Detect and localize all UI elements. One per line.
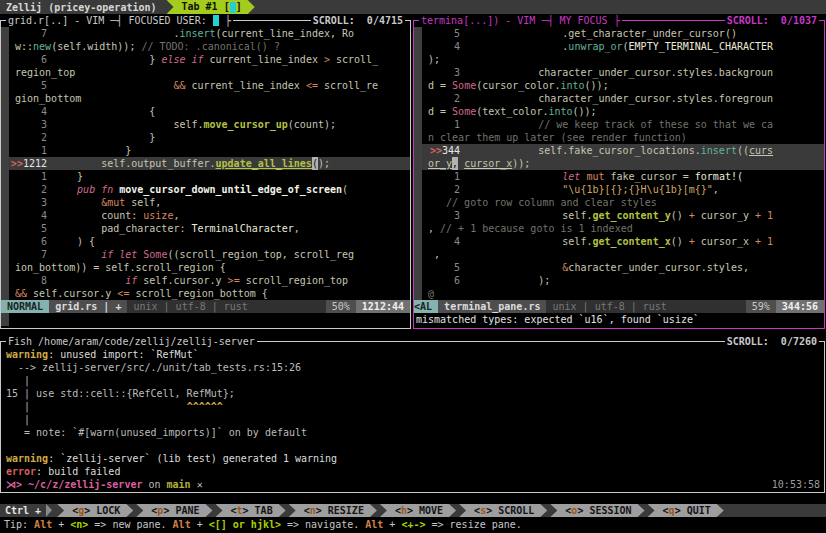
text-token: if let — [101, 248, 137, 261]
code-row: , // + 1 because goto is 1 indexed — [414, 222, 824, 235]
text-token: self.cursor.y — [137, 274, 227, 287]
text-token: n clear them up later (see render functi… — [428, 131, 687, 144]
text-token: ) { — [53, 235, 95, 248]
text-token — [53, 274, 125, 287]
status-segment: unix | utf-8 | rust — [546, 300, 745, 313]
pane-bottom-title: Fish /home/aram/code/zellij/zellij-serve… — [6, 335, 257, 348]
line-number: >>344 — [422, 144, 466, 157]
keybar-segment-quit[interactable]: <q> QUIT — [648, 504, 724, 517]
code-row: 1 } — [1, 144, 410, 157]
text-token: } — [53, 144, 131, 157]
arrow-separator-icon — [46, 504, 52, 517]
text-token — [466, 170, 562, 183]
pane-grid-rs[interactable]: grid.r[..] - VIM ─┤ FOCUSED USER: ├ SCRO… — [0, 20, 411, 329]
keybar-segment-scroll[interactable]: <s> SCROLL — [459, 504, 547, 517]
text-token: curs — [749, 144, 773, 157]
keybar-segment-tab[interactable]: <t> TAB — [216, 504, 286, 517]
keybar-segments: <g> LOCK<p> PANE<t> TAB<n> RESIZE<h> MOV… — [54, 504, 724, 517]
text-token: >> — [11, 158, 23, 169]
pane-fish-shell[interactable]: Fish /home/aram/code/zellij/zellij-serve… — [0, 341, 825, 493]
tab-label: Tab #1 — [182, 0, 218, 14]
text-token: ); — [428, 53, 440, 66]
code-row: 5 pad_character: TerminalCharacter, — [1, 222, 410, 235]
code-row: ion_bottom)) = self.scroll_region { — [1, 261, 410, 274]
terminal-row: error: build failed — [1, 465, 824, 478]
gutter-strip — [1, 274, 9, 287]
text-token: : `zellij-server` (lib test) generated 1… — [48, 452, 337, 465]
text-token: , — [173, 209, 179, 222]
gutter-strip — [1, 131, 9, 144]
text-token — [466, 261, 562, 274]
code-row: 7 .insert(current_line_index, Ro — [1, 27, 410, 40]
keybar-segment-move[interactable]: <h> MOVE — [380, 504, 456, 517]
text-token: character_under_cursor.styles.backgroun — [466, 66, 773, 79]
status-segment: terminal_pane.rs — [438, 300, 546, 313]
gutter-strip — [414, 92, 422, 105]
keybar-segment-pane[interactable]: <p> PANE — [136, 504, 212, 517]
line-number: 2 — [422, 183, 466, 196]
text-token: = note: `#[warn(unused_imports)]` on by … — [6, 426, 307, 439]
text-token: , — [713, 183, 719, 196]
top-bar: Zellij (pricey-operation) Tab #1 [] — [0, 0, 826, 14]
keybinding-bar: Ctrl + <g> LOCK<p> PANE<t> TAB<n> RESIZE… — [0, 504, 826, 517]
code-row: n clear them up later (see render functi… — [414, 131, 824, 144]
gutter-strip — [1, 53, 9, 66]
code-row: @ — [414, 287, 824, 300]
text-token: . — [53, 27, 179, 40]
text-token: pub fn — [77, 183, 113, 196]
text-token: format!( — [695, 170, 743, 183]
text-token: usize — [143, 209, 173, 222]
code-row: 2 "\u{1b}[{};{}H\u{1b}[m{}", — [414, 183, 824, 196]
text-token: or_y — [428, 157, 452, 170]
text-token: // + 1 because goto is 1 indexed — [440, 222, 633, 235]
line-number: 4 — [422, 40, 466, 53]
text-token: <+-> — [401, 518, 425, 531]
text-token: 15 | use std::cell::{RefCell, RefMut}; — [6, 387, 235, 400]
line-number: 4 — [9, 209, 53, 222]
code-row: d = Some(cursor_color.into()); — [414, 79, 824, 92]
code-row: 7 if let Some((scroll_region_top, scroll… — [1, 248, 410, 261]
keybar-segment-lock[interactable]: <g> LOCK — [57, 504, 133, 517]
gutter-strip — [414, 261, 422, 274]
text-token: on — [142, 478, 166, 491]
terminal-row: | — [1, 413, 824, 426]
line-number: 3 — [422, 66, 466, 79]
pane-right-title: termina[...]) - VIM ─┤ MY FOCUS ├ — [419, 14, 622, 27]
code-row: 3 &mut self, — [1, 196, 410, 209]
gutter-strip — [414, 105, 422, 118]
text-token: )); — [512, 157, 530, 170]
ctrl-prefix-label: Ctrl + — [0, 504, 46, 517]
keybar-key-letter: t — [237, 505, 243, 516]
terminal-row: = note: `#[warn(unused_imports)]` on by … — [1, 426, 824, 439]
keybar-key-letter: o — [571, 505, 577, 516]
text-token: warning — [6, 452, 48, 465]
gutter-strip — [414, 183, 422, 196]
terminal-row — [1, 439, 824, 452]
line-number: 1 — [9, 170, 53, 183]
text-token: self. — [53, 118, 204, 131]
keybar-segment-resize[interactable]: <n> RESIZE — [289, 504, 377, 517]
status-segment: 1212:44 — [356, 300, 410, 313]
text-token: <[] or hjkl> — [209, 518, 281, 531]
pane-right-scroll-indicator: SCROLL: 0/1037 — [725, 14, 819, 27]
code-row: 4 { — [1, 105, 410, 118]
line-number: 7 — [9, 27, 53, 40]
terminal-row: --> zellij-server/src/./unit/tab_tests.r… — [1, 361, 824, 374]
pane-terminal-pane-rs[interactable]: termina[...]) - VIM ─┤ MY FOCUS ├ SCROLL… — [413, 20, 825, 329]
pane-right-statusbar: <AL terminal_pane.rs unix | utf-8 | rust… — [414, 300, 824, 313]
gutter-strip — [1, 261, 9, 274]
line-number: 2 — [422, 92, 466, 105]
session-name: Zellij (pricey-operation) — [0, 1, 165, 14]
tab-1[interactable]: Tab #1 [] — [167, 0, 255, 14]
line-number: 3 — [9, 196, 53, 209]
status-segment: 50% — [326, 300, 356, 313]
text-token: warning — [6, 348, 48, 361]
keybar-segment-session[interactable]: <o> SESSION — [550, 504, 644, 517]
code-row: 4 self.get_content_x() + cursor_x + 1 — [414, 235, 824, 248]
text-token: . — [466, 40, 568, 53]
text-token: @ — [428, 287, 434, 300]
gutter-strip — [414, 287, 422, 300]
gutter-strip — [1, 66, 9, 79]
code-row: 2 pub fn move_cursor_down_until_edge_of_… — [1, 183, 410, 196]
gutter-strip — [1, 92, 9, 105]
